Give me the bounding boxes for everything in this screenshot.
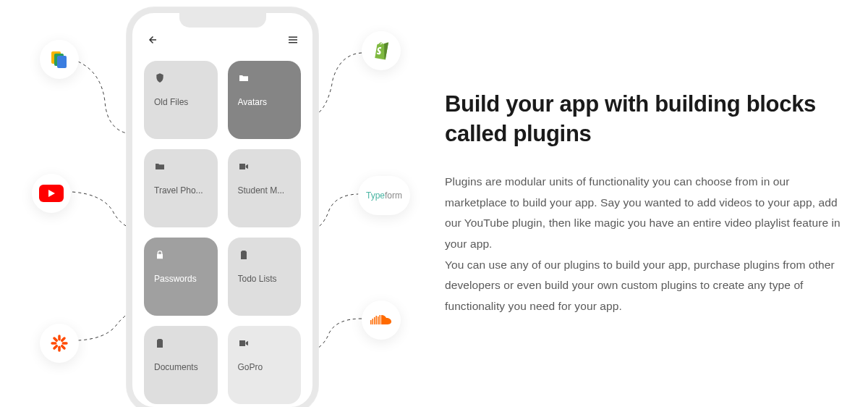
tile-label: Travel Pho... xyxy=(154,185,208,196)
tile-old-files[interactable]: Old Files xyxy=(144,61,218,139)
svg-rect-15 xyxy=(376,316,378,324)
tile-gopro[interactable]: GoPro xyxy=(228,326,302,404)
tile-student-media[interactable]: Student M... xyxy=(228,149,302,227)
svg-rect-11 xyxy=(60,344,66,350)
svg-rect-8 xyxy=(60,337,66,343)
text-content: Build your app with building blocks call… xyxy=(434,90,868,316)
tile-documents[interactable]: Documents xyxy=(144,326,218,404)
soundcloud-icon xyxy=(362,301,401,340)
tile-label: Old Files xyxy=(154,97,208,107)
tile-label: Todo Lists xyxy=(238,274,292,284)
tile-label: Student M... xyxy=(238,185,292,196)
svg-rect-16 xyxy=(378,316,379,324)
svg-rect-5 xyxy=(58,346,61,352)
video-icon xyxy=(238,161,250,172)
tile-label: Avatars xyxy=(238,97,292,107)
svg-rect-4 xyxy=(58,335,61,340)
tile-label: GoPro xyxy=(238,362,292,372)
clipboard-icon xyxy=(154,337,166,349)
back-arrow-icon[interactable] xyxy=(145,33,158,49)
svg-rect-2 xyxy=(57,56,67,68)
shopify-icon xyxy=(362,31,401,70)
tile-travel-photos[interactable]: Travel Pho... xyxy=(144,149,218,227)
svg-rect-6 xyxy=(51,342,56,345)
zapier-icon xyxy=(40,324,79,363)
youtube-icon xyxy=(32,174,71,213)
tile-label: Documents xyxy=(154,362,208,372)
page-heading: Build your app with building blocks call… xyxy=(445,90,846,148)
folder-icon xyxy=(238,72,250,84)
tile-label: Passwords xyxy=(154,274,208,284)
tile-todo-lists[interactable]: Todo Lists xyxy=(228,238,302,316)
phone-mockup: Old Files Avatars Travel Pho... xyxy=(127,7,318,407)
svg-rect-14 xyxy=(374,317,375,324)
hamburger-icon[interactable] xyxy=(286,33,299,49)
svg-rect-12 xyxy=(370,320,372,324)
page-description: Plugins are modular units of functionali… xyxy=(445,172,846,317)
svg-rect-13 xyxy=(373,319,374,324)
tile-passwords[interactable]: Passwords xyxy=(144,238,218,316)
svg-rect-7 xyxy=(62,342,68,345)
tile-avatars[interactable]: Avatars xyxy=(228,61,302,139)
shield-icon xyxy=(154,72,166,84)
tile-grid: Old Files Avatars Travel Pho... xyxy=(141,58,304,407)
svg-rect-9 xyxy=(53,344,59,350)
phone-screen: Old Files Avatars Travel Pho... xyxy=(132,13,312,407)
google-docs-icon xyxy=(40,40,79,79)
illustration-area: Typeform xyxy=(0,0,434,407)
svg-rect-17 xyxy=(380,315,381,324)
folder-icon xyxy=(154,161,166,172)
typeform-icon: Typeform xyxy=(358,176,410,215)
clipboard-icon xyxy=(238,249,250,261)
video-icon xyxy=(238,337,250,349)
svg-rect-10 xyxy=(53,337,59,343)
lock-icon xyxy=(154,249,166,261)
